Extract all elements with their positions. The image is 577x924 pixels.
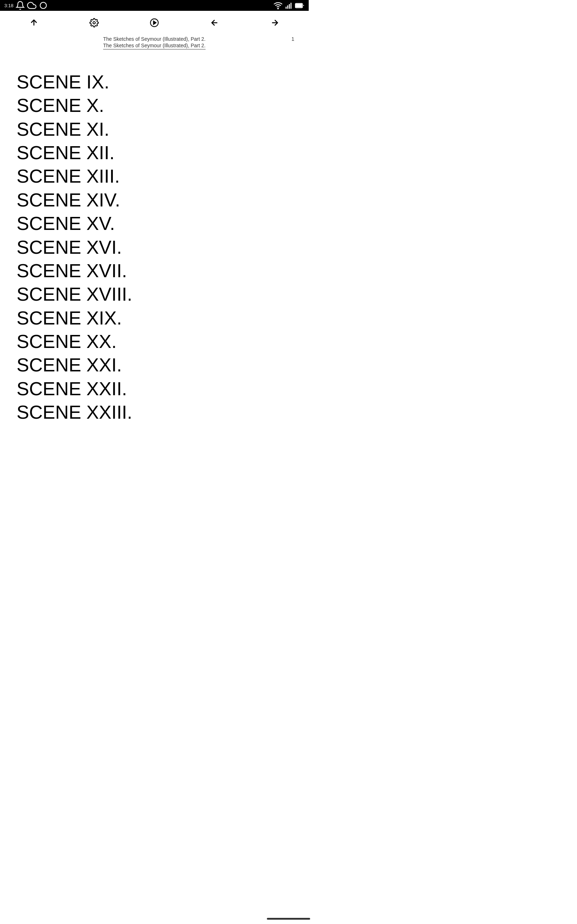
scene-item[interactable]: SCENE XIV. (16, 189, 292, 211)
status-right (273, 1, 305, 10)
scene-item[interactable]: SCENE XXIII. (16, 401, 292, 423)
play-button[interactable] (145, 14, 163, 32)
scene-item[interactable]: SCENE XXI. (16, 354, 292, 376)
scene-list: SCENE IX.SCENE X.SCENE XI.SCENE XII.SCEN… (0, 50, 309, 446)
circle-icon (39, 1, 48, 10)
svg-rect-4 (289, 4, 290, 9)
notification-icon (16, 1, 25, 10)
up-arrow-icon (29, 18, 39, 27)
up-button[interactable] (25, 14, 43, 32)
scene-item[interactable]: SCENE IX. (16, 71, 292, 93)
play-icon (150, 18, 159, 27)
svg-point-10 (93, 22, 95, 24)
svg-marker-12 (154, 21, 156, 24)
svg-point-1 (278, 8, 279, 9)
svg-rect-5 (291, 3, 292, 9)
svg-rect-3 (287, 5, 288, 9)
forward-button[interactable] (266, 14, 284, 32)
wifi-icon (273, 1, 283, 10)
header-underlined-title: The Sketches of Seymour (Illustrated), P… (103, 43, 206, 50)
forward-arrow-icon (270, 18, 279, 27)
scene-item[interactable]: SCENE XVII. (16, 260, 292, 282)
status-left: 3:18 (4, 1, 48, 10)
settings-button[interactable] (85, 14, 103, 32)
battery-icon (295, 1, 305, 10)
scene-item[interactable]: SCENE XI. (16, 118, 292, 141)
header-subtitle: The Sketches of Seymour (Illustrated), P… (103, 36, 206, 42)
scene-item[interactable]: SCENE XIII. (16, 165, 292, 187)
page-number: 1 (292, 36, 294, 42)
back-arrow-icon (210, 18, 219, 27)
scene-item[interactable]: SCENE XIX. (16, 307, 292, 329)
cloud-icon (27, 1, 36, 10)
back-button[interactable] (206, 14, 224, 32)
svg-point-0 (40, 2, 47, 8)
svg-rect-2 (285, 7, 287, 9)
scene-item[interactable]: SCENE XII. (16, 142, 292, 164)
settings-icon (89, 18, 99, 27)
status-time: 3:18 (4, 3, 13, 8)
scene-item[interactable]: SCENE XV. (16, 213, 292, 234)
header-title-block: The Sketches of Seymour (Illustrated), P… (103, 36, 206, 50)
scene-item[interactable]: SCENE XVIII. (16, 283, 292, 305)
svg-rect-8 (296, 4, 301, 7)
toolbar (0, 11, 309, 35)
scene-item[interactable]: SCENE XX. (16, 331, 292, 353)
scene-item[interactable]: SCENE X. (16, 95, 292, 116)
header-info: The Sketches of Seymour (Illustrated), P… (0, 35, 309, 50)
scene-item[interactable]: SCENE XVI. (16, 236, 292, 258)
signal-icon (285, 2, 293, 10)
scene-item[interactable]: SCENE XXII. (16, 378, 292, 400)
status-bar: 3:18 (0, 0, 309, 11)
